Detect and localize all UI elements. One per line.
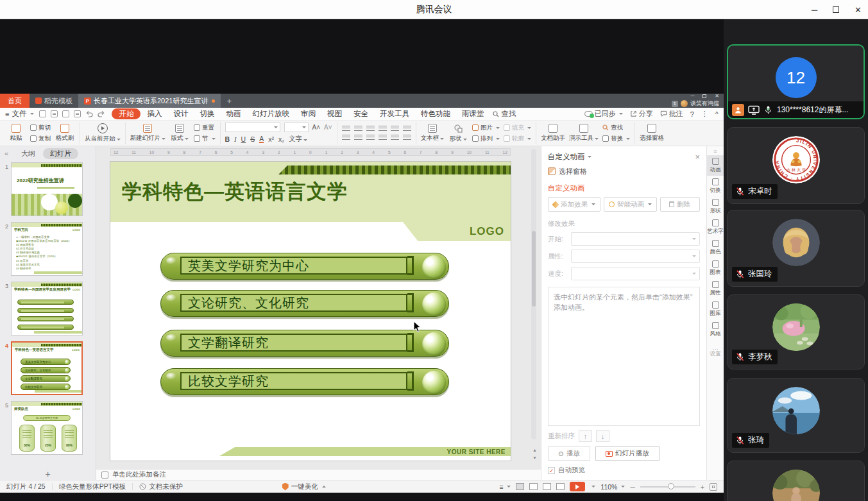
menu-3[interactable]: 切换: [194, 108, 219, 119]
slide-thumb-2[interactable]: 2 学科方向 LOGO □ 一级学科：外国语言文学 ◆050211 外国语言学及…: [0, 222, 96, 276]
find-menu[interactable]: 查找: [493, 109, 516, 119]
doc-protect-status[interactable]: 文档未保护: [139, 482, 183, 491]
preview-icon[interactable]: [74, 110, 81, 117]
fit-slide-button[interactable]: [710, 483, 717, 491]
selection-pane-link[interactable]: 选择窗格: [548, 164, 700, 179]
layout-button[interactable]: 版式: [169, 124, 190, 142]
menu-7[interactable]: 视图: [322, 108, 347, 119]
align-left-icon[interactable]: [342, 135, 350, 141]
checkbox-checked-icon[interactable]: ✓: [548, 467, 555, 474]
reset-button[interactable]: 重置: [194, 124, 216, 132]
text-direction-icon[interactable]: [403, 126, 411, 132]
tool-animation[interactable]: 动画: [707, 155, 724, 176]
menu-5[interactable]: 幻灯片放映: [247, 108, 294, 119]
one-click-beautify-button[interactable]: 一键美化: [282, 482, 326, 491]
slide-bullet-1[interactable]: 英美文学研究为中心: [160, 253, 449, 280]
arrange-button[interactable]: 排列: [472, 135, 500, 143]
new-tab-button[interactable]: +: [221, 94, 237, 108]
tool-settings[interactable]: ⋯设置: [707, 345, 724, 357]
notes-bar[interactable]: 单击此处添加备注: [96, 469, 541, 480]
indent-decrease-icon[interactable]: [366, 126, 375, 132]
font-color-button[interactable]: A: [259, 135, 264, 143]
tool-style[interactable]: 风格: [707, 319, 724, 340]
strikethrough-button[interactable]: S: [250, 135, 255, 143]
selection-pane-button[interactable]: 选择窗格: [640, 124, 664, 142]
participant-tile-partial[interactable]: [727, 461, 865, 501]
distribute-icon[interactable]: [391, 135, 399, 141]
print-icon[interactable]: [51, 110, 58, 117]
subscript-button[interactable]: x₂: [278, 135, 284, 143]
reorder-up-button[interactable]: ↑: [579, 430, 592, 442]
bullet-list-icon[interactable]: [342, 126, 350, 132]
wps-maximize-button[interactable]: [702, 94, 706, 98]
slide-sorter-view-button[interactable]: [529, 483, 538, 490]
text-tool-button[interactable]: 文字: [289, 135, 307, 144]
picture-button[interactable]: 图片: [472, 124, 500, 132]
tool-chart[interactable]: 图表: [707, 258, 724, 278]
scrollbar-thumb[interactable]: [532, 231, 536, 307]
tool-wordart[interactable]: 艺术字: [707, 217, 724, 237]
number-list-icon[interactable]: [354, 126, 362, 132]
reorder-down-button[interactable]: ↓: [596, 430, 609, 442]
tab-docer[interactable]: 稻壳模板: [30, 94, 78, 108]
slide-bullet-2[interactable]: 文论研究、文化研究: [160, 290, 449, 317]
normal-view-button[interactable]: [516, 483, 524, 490]
align-right-icon[interactable]: [366, 135, 375, 141]
next-slide-button[interactable]: ▼: [532, 455, 537, 460]
copy-button[interactable]: 复制: [30, 135, 51, 143]
undo-icon[interactable]: [85, 110, 93, 118]
shapes-button[interactable]: 形状: [448, 124, 468, 143]
outline-button[interactable]: 轮廓: [504, 135, 531, 143]
file-menu[interactable]: ≡ 文件: [5, 109, 34, 119]
participant-tile-screenshare[interactable]: 12 130****8612的屏幕...: [727, 44, 865, 119]
align-center-icon[interactable]: [354, 135, 362, 141]
share-button[interactable]: 分享: [630, 109, 653, 119]
tool-properties[interactable]: 属性: [707, 278, 724, 299]
indent-increase-icon[interactable]: [379, 126, 387, 132]
menu-4[interactable]: 动画: [221, 108, 246, 119]
menu-10[interactable]: 特色功能: [416, 108, 455, 119]
present-tools-button[interactable]: 演示工具: [569, 124, 599, 142]
slide-thumb-4-selected[interactable]: 4 学科特色—英语语言文学 LOGO 英美文学研究为中心 文论研究、文化研究 文…: [0, 341, 96, 395]
vertical-scrollbar[interactable]: [531, 149, 536, 439]
start-select[interactable]: [571, 232, 700, 246]
redo-icon[interactable]: [98, 110, 105, 118]
slideshow-play-button[interactable]: 幻灯片播放: [595, 446, 660, 461]
slide-thumb-5[interactable]: 5 师资队伍 LOGO 30-35岁研究生导师 30% 23% 80%: [0, 401, 96, 455]
comment-button[interactable]: 批注: [660, 109, 683, 119]
superscript-button[interactable]: x²: [268, 135, 274, 143]
zoom-in-button[interactable]: +: [701, 483, 704, 491]
new-slide-button[interactable]: 新建幻灯片: [130, 124, 166, 142]
italic-button[interactable]: I: [234, 136, 237, 143]
participant-tile[interactable]: 张国玲: [727, 210, 865, 287]
participant-tile[interactable]: 李梦秋: [727, 294, 865, 369]
tool-color[interactable]: 颜色: [707, 237, 724, 258]
animation-list-box[interactable]: 选中幻灯片的某个元素，然后单击“添加效果”添加动画。: [548, 287, 700, 426]
auto-preview-toggle[interactable]: ✓ 自动预览: [548, 466, 700, 475]
tab-outline[interactable]: 大纲: [21, 149, 35, 158]
replace-button[interactable]: 替换: [602, 135, 630, 143]
menu-0[interactable]: 开始: [112, 108, 140, 119]
zoom-slider[interactable]: [640, 486, 695, 488]
smart-animation-button[interactable]: 智能动画: [604, 197, 656, 212]
menu-1[interactable]: 插入: [142, 108, 167, 119]
notes-toggle-button[interactable]: ≡: [499, 483, 511, 491]
maximize-button[interactable]: [833, 6, 839, 13]
wps-close-button[interactable]: ✕: [715, 94, 719, 99]
play-options-caret[interactable]: [591, 486, 595, 488]
menu-9[interactable]: 开发工具: [375, 108, 414, 119]
tab-document[interactable]: P 长春工业大学英语系2021研究生宣讲: [78, 94, 221, 108]
font-decrease-button[interactable]: A˅: [324, 124, 332, 131]
font-family-select[interactable]: [225, 123, 280, 132]
underline-button[interactable]: U: [241, 135, 246, 143]
play-from-current-button[interactable]: 从当前开始: [85, 123, 121, 143]
zoom-slider-knob[interactable]: [668, 483, 674, 489]
fill-button[interactable]: 填充: [504, 124, 531, 132]
slide-thumb-3[interactable]: 3 学科特色—外国语言学及应用语言学 LOGO: [0, 282, 96, 335]
textbox-button[interactable]: 文本框: [421, 124, 445, 142]
slideshow-view-button[interactable]: [556, 483, 565, 490]
tool-shapes[interactable]: 形状: [707, 196, 724, 217]
justify-icon[interactable]: [379, 135, 387, 141]
section-button[interactable]: 节: [194, 135, 216, 143]
doc-assistant-button[interactable]: 文档助手: [541, 124, 565, 142]
